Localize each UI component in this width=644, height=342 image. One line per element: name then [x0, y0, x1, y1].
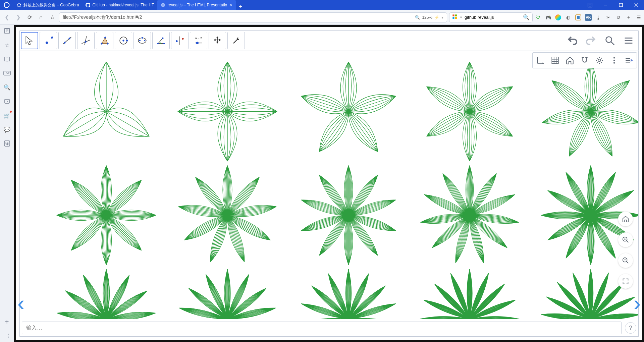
history-undo-icon[interactable]: ↺ — [615, 14, 622, 21]
ggb-axes-toggle[interactable] — [533, 53, 547, 67]
flash-menu-icon[interactable]: ▾ — [441, 15, 443, 20]
ggb-tool-settings[interactable] — [227, 32, 245, 49]
ggb-tool-reflect[interactable] — [171, 32, 189, 49]
ggb-input-bar: ? — [19, 319, 639, 337]
tab-title: GitHub - hakimel/reveal.js: The HT — [92, 3, 154, 7]
ggb-view-settings[interactable] — [592, 53, 606, 67]
favicon-geogebra-icon — [17, 3, 21, 7]
ggb-zoom-out[interactable] — [618, 253, 633, 268]
tab-2[interactable]: reveal.js – The HTML Presentatio ✕ — [157, 0, 236, 10]
reveal-next-button[interactable]: › — [634, 292, 641, 314]
reveal-prev-button[interactable]: ‹ — [17, 292, 24, 314]
sidebar-collapse-icon[interactable]: 〈 — [3, 332, 11, 340]
ggb-tool-circle[interactable] — [115, 32, 132, 49]
ggb-tool-move-view[interactable] — [209, 32, 226, 49]
ggb-tool-angle[interactable] — [152, 32, 170, 49]
svg-rect-8 — [588, 3, 592, 7]
collections-icon[interactable] — [575, 14, 582, 21]
adblock-icon[interactable]: 🛡 — [535, 14, 541, 21]
ggb-tool-move[interactable] — [21, 32, 38, 49]
home-button[interactable]: ⌂ — [36, 13, 46, 22]
sidebar-translate-icon[interactable]: 译 — [3, 139, 11, 148]
tab-title: 斜坡上的線與交角 – GeoGebra — [23, 2, 79, 8]
ggb-zoom-controls — [618, 212, 633, 289]
ggb-fullscreen[interactable] — [618, 274, 633, 289]
sidebar-chat-icon[interactable]: 💬 — [3, 125, 11, 133]
svg-point-39 — [104, 37, 106, 38]
sidebar-live-icon[interactable]: LIVE — [3, 69, 11, 77]
reload-button[interactable]: ⟳ — [25, 13, 34, 22]
ggb-grid-toggle[interactable] — [548, 53, 562, 67]
ggb-tool-line[interactable] — [58, 32, 76, 49]
svg-point-42 — [126, 40, 128, 41]
sidebar-notes-icon[interactable] — [3, 27, 11, 35]
zoom-icon[interactable]: 🔍 — [415, 15, 420, 20]
ggb-redo-button[interactable] — [582, 32, 600, 49]
svg-point-66 — [613, 57, 615, 58]
svg-rect-19 — [577, 16, 580, 19]
svg-point-4 — [19, 6, 20, 7]
screenshot-icon[interactable]: ✂ — [605, 14, 612, 21]
addons-icon[interactable]: ＋ — [625, 14, 632, 21]
sidebar-favorites-icon[interactable]: ☆ — [3, 41, 11, 49]
svg-rect-11 — [619, 3, 623, 7]
main-menu-icon[interactable]: ☰ — [635, 14, 642, 21]
browser-sidebar: ☆ LIVE 🔍 🛒 💬 译 + 〈 — [0, 25, 14, 342]
address-bar[interactable]: 🔍 125% ⚡ ▾ — [59, 12, 447, 22]
ggb-default-view[interactable] — [563, 53, 577, 67]
games-icon[interactable]: 🎮 — [545, 14, 551, 21]
new-tab-button[interactable]: ＋ — [236, 3, 245, 10]
workspace-button[interactable] — [582, 0, 598, 10]
search-go-icon[interactable]: 🔍 — [523, 14, 530, 20]
downloads-icon[interactable]: ⭳ — [595, 14, 602, 21]
flash-icon[interactable]: ⚡ — [434, 15, 439, 20]
ggb-menu-button[interactable] — [620, 32, 637, 49]
tab-strip: 斜坡上的線與交角 – GeoGebra GitHub - hakimel/rev… — [13, 0, 245, 10]
geogebra-app: A a = 2 — [19, 30, 639, 337]
sidebar-cart-icon[interactable]: 🛒 — [3, 111, 11, 119]
flower-8 — [57, 166, 156, 265]
ggb-tool-conic[interactable] — [133, 32, 151, 49]
dark-mode-icon[interactable]: ◐ — [565, 14, 572, 21]
ggb-view-style[interactable] — [622, 53, 636, 67]
url-input[interactable] — [63, 15, 412, 20]
close-window-button[interactable] — [629, 0, 644, 10]
sidebar-add-icon[interactable]: + — [3, 318, 11, 326]
ggb-tool-slider[interactable]: a = 2 — [190, 32, 207, 49]
search-provider-icon[interactable] — [452, 14, 458, 21]
search-provider-dropdown-icon[interactable]: ▼ — [460, 16, 463, 19]
minimize-button[interactable] — [598, 0, 613, 10]
back-button[interactable]: ❮ — [2, 13, 11, 22]
secondary-search[interactable]: ▼ 🔍 — [449, 12, 533, 22]
svg-point-2 — [19, 3, 20, 4]
ggb-tool-perpendicular[interactable] — [77, 32, 95, 49]
ggb-input-field[interactable] — [22, 322, 622, 334]
ggb-snap-toggle[interactable] — [578, 53, 592, 67]
ggb-tool-point[interactable]: A — [40, 32, 57, 49]
flower-15 — [299, 269, 398, 319]
ggb-zoom-in[interactable] — [618, 232, 633, 247]
sidebar-search-icon[interactable]: 🔍 — [3, 83, 11, 91]
ggb-undo-button[interactable] — [564, 32, 581, 49]
maximize-button[interactable] — [613, 0, 629, 10]
ggb-graphics-view[interactable] — [19, 51, 639, 319]
browser-app-icon[interactable] — [0, 0, 13, 10]
vk-icon[interactable]: VK — [585, 14, 592, 21]
ggb-input-help[interactable]: ? — [625, 322, 636, 334]
tab-1[interactable]: GitHub - hakimel/reveal.js: The HT — [82, 0, 157, 10]
tab-0[interactable]: 斜坡上的線與交角 – GeoGebra — [13, 0, 82, 10]
extension-icons: 🛡 🎮 ◐ VK ⭳ ✂ ↺ ＋ ☰ — [535, 14, 642, 21]
svg-point-48 — [163, 43, 165, 45]
forward-button[interactable]: ❯ — [13, 13, 23, 22]
sidebar-video-icon[interactable] — [3, 97, 11, 105]
ggb-zoom-home[interactable] — [618, 212, 633, 226]
ggb-canvas — [20, 51, 638, 319]
ggb-search-button[interactable] — [601, 32, 619, 49]
profile-icon[interactable] — [555, 14, 561, 21]
ggb-view-more[interactable] — [607, 53, 621, 67]
ggb-tool-polygon[interactable] — [96, 32, 113, 49]
bookmark-star-button[interactable]: ☆ — [48, 13, 57, 22]
secondary-search-input[interactable] — [465, 15, 521, 20]
tab-close-icon[interactable]: ✕ — [229, 3, 232, 7]
sidebar-reading-icon[interactable] — [3, 55, 11, 63]
